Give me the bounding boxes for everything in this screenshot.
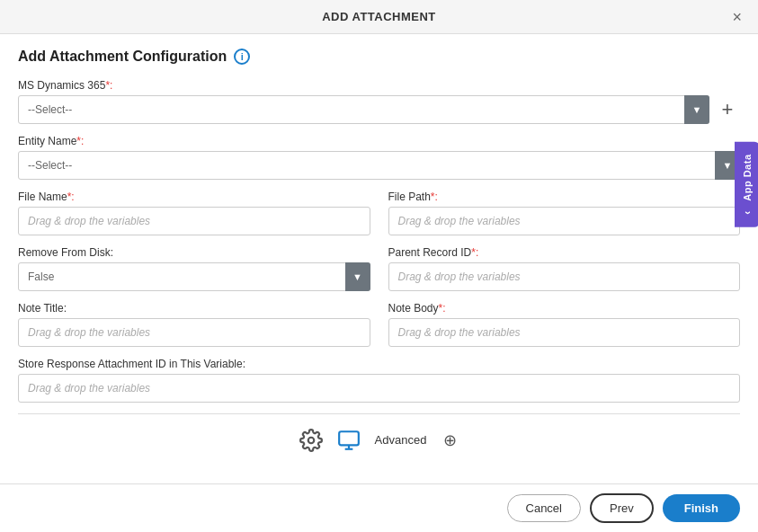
- ms-dynamics-field-group: MS Dynamics 365*: --Select-- ▼ +: [18, 79, 740, 124]
- entity-name-select-container: --Select-- ▼: [18, 151, 740, 180]
- modal-body: ‹ App Data Add Attachment Configuration …: [0, 34, 758, 483]
- ms-dynamics-add-button[interactable]: +: [715, 97, 740, 122]
- disk-parent-row: Remove From Disk: False ▼ Parent Record …: [18, 246, 740, 302]
- chevron-left-icon: ‹: [741, 210, 754, 215]
- finish-button[interactable]: Finish: [663, 494, 740, 522]
- note-title-field-group: Note Title:: [18, 302, 370, 347]
- note-title-input[interactable]: [18, 318, 370, 347]
- advanced-add-button[interactable]: ⊕: [441, 431, 459, 449]
- file-name-label: File Name*:: [18, 191, 370, 203]
- file-name-field-group: File Name*:: [18, 191, 370, 235]
- modal-bottom-bar: Cancel Prev Finish: [0, 483, 758, 532]
- entity-name-label: Entity Name*:: [18, 135, 740, 147]
- ms-dynamics-select[interactable]: --Select--: [18, 95, 709, 124]
- entity-name-select[interactable]: --Select--: [18, 151, 740, 180]
- ms-dynamics-select-wrapper: --Select-- ▼ +: [18, 95, 740, 124]
- advanced-footer-bar: Advanced ⊕: [18, 413, 740, 458]
- parent-record-id-input[interactable]: [388, 262, 741, 291]
- file-name-input[interactable]: [18, 207, 370, 235]
- app-data-tab-wrapper: ‹ App Data: [735, 142, 758, 227]
- svg-rect-1: [339, 431, 359, 445]
- settings-gear-button[interactable]: [299, 429, 323, 452]
- info-icon[interactable]: i: [234, 49, 250, 65]
- store-response-input[interactable]: [18, 374, 740, 403]
- section-title-text: Add Attachment Configuration: [18, 49, 227, 65]
- screen-icon: [337, 429, 361, 452]
- parent-record-id-field-group: Parent Record ID*:: [388, 246, 741, 291]
- remove-from-disk-field-group: Remove From Disk: False ▼: [18, 246, 370, 291]
- file-row: File Name*: File Path*:: [18, 191, 740, 246]
- remove-from-disk-label: Remove From Disk:: [18, 246, 370, 259]
- prev-button[interactable]: Prev: [590, 493, 654, 523]
- modal-header: ADD ATTACHMENT ×: [0, 0, 758, 34]
- ms-dynamics-select-container: --Select-- ▼: [18, 95, 709, 124]
- remove-from-disk-select-container: False ▼: [18, 262, 370, 291]
- app-data-tab[interactable]: ‹ App Data: [735, 142, 758, 227]
- app-data-label: App Data: [742, 155, 753, 201]
- close-button[interactable]: ×: [727, 7, 747, 27]
- ms-dynamics-label: MS Dynamics 365*:: [18, 79, 740, 92]
- advanced-label: Advanced: [375, 433, 427, 447]
- screen-button[interactable]: [337, 429, 361, 452]
- section-heading: Add Attachment Configuration i: [18, 49, 740, 65]
- svg-point-0: [308, 437, 314, 443]
- note-title-label: Note Title:: [18, 302, 370, 315]
- modal-title: ADD ATTACHMENT: [322, 10, 436, 23]
- note-body-field-group: Note Body*:: [388, 302, 741, 347]
- file-path-label: File Path*:: [388, 191, 741, 203]
- file-path-field-group: File Path*:: [388, 191, 741, 235]
- add-attachment-modal: ADD ATTACHMENT × ‹ App Data Add Attachme…: [0, 0, 758, 532]
- note-row: Note Title: Note Body*:: [18, 302, 740, 358]
- file-path-input[interactable]: [388, 207, 741, 235]
- cancel-button[interactable]: Cancel: [507, 494, 581, 522]
- store-response-label: Store Response Attachment ID in This Var…: [18, 358, 740, 370]
- store-response-field-group: Store Response Attachment ID in This Var…: [18, 358, 740, 403]
- note-body-label: Note Body*:: [388, 302, 741, 315]
- gear-icon: [299, 429, 323, 452]
- parent-record-id-label: Parent Record ID*:: [388, 246, 741, 259]
- remove-from-disk-select[interactable]: False: [18, 262, 370, 291]
- entity-name-field-group: Entity Name*: --Select-- ▼: [18, 135, 740, 180]
- note-body-input[interactable]: [388, 318, 741, 347]
